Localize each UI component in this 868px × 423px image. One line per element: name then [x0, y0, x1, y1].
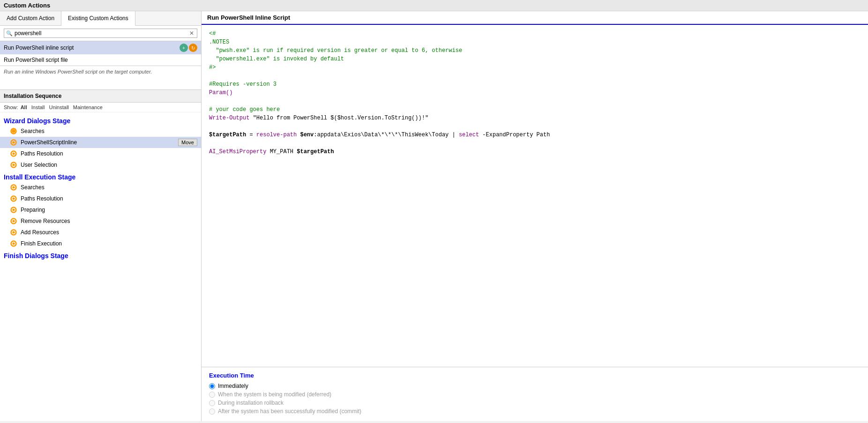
radio-commit: After the system has been successfully m… [209, 408, 861, 415]
svg-point-18 [13, 231, 15, 234]
stage-item-remove-resources[interactable]: Remove Resources [0, 215, 201, 227]
stage-item-searches-install[interactable]: Searches [0, 182, 201, 193]
search-area: 🔍 ✕ [0, 26, 201, 41]
sequence-content: Wizard Dialogs Stage Searches [0, 112, 201, 421]
stage-item-add-resources[interactable]: Add Resources [0, 227, 201, 238]
gear-icon-remove-resources [9, 217, 18, 225]
gear-icon-user-selection [9, 161, 18, 169]
gear-icon-searches-install [9, 183, 18, 192]
show-filter: Show: All Install Uninstall Maintenance [0, 103, 201, 112]
stage-item-preparing[interactable]: Preparing [0, 204, 201, 215]
tab-existing-custom-actions[interactable]: Existing Custom Actions [61, 11, 135, 26]
code-editor[interactable]: <# .NOTES "pwsh.exe" is run if required … [202, 25, 868, 367]
stage-item-finish-execution[interactable]: Finish Execution [0, 238, 201, 249]
search-box: 🔍 ✕ [4, 29, 197, 38]
svg-point-16 [13, 220, 15, 223]
search-icon: 🔍 [6, 30, 13, 37]
stage-item-user-selection[interactable]: User Selection [0, 159, 201, 171]
tab-add-custom-action[interactable]: Add Custom Action [0, 11, 61, 25]
action-list: Run PowerShell inline script + ↻ Run Pow… [0, 41, 201, 66]
action-description: Run an inline Windows PowerShell script … [0, 66, 201, 89]
gear-icon-finish-execution [9, 239, 18, 248]
tabs-bar: Add Custom Action Existing Custom Action… [0, 11, 201, 26]
execution-time-title: Execution Time [209, 372, 861, 379]
radio-rollback-input[interactable] [209, 400, 215, 406]
svg-point-2 [13, 130, 15, 133]
execution-time-panel: Execution Time Immediately When the syst… [202, 367, 868, 421]
action-icons: + ↻ [180, 44, 197, 52]
right-panel: Run PowerShell Inline Script <# .NOTES "… [202, 11, 868, 421]
add-sequence-icon2[interactable]: ↻ [189, 44, 197, 52]
radio-rollback: During installation rollback [209, 400, 861, 406]
radio-immediately: Immediately [209, 383, 861, 389]
radio-deferred-input[interactable] [209, 392, 215, 398]
filter-all[interactable]: All [21, 104, 27, 110]
move-button[interactable]: Move [178, 139, 197, 146]
svg-point-10 [13, 186, 15, 189]
add-to-sequence-icon[interactable]: + [180, 44, 188, 52]
finish-dialogs-stage[interactable]: Finish Dialogs Stage [0, 249, 201, 260]
gear-icon-add-resources [9, 228, 18, 237]
gear-icon-powershell [9, 138, 18, 147]
gear-icon-searches [9, 127, 18, 135]
sequence-header: Installation Sequence [0, 89, 201, 103]
svg-point-6 [13, 153, 15, 155]
stage-install-execution: Install Execution Stage [0, 171, 201, 182]
svg-point-20 [13, 243, 15, 245]
search-input[interactable] [15, 30, 188, 37]
radio-commit-input[interactable] [209, 408, 215, 415]
stage-item-paths-resolution-install[interactable]: Paths Resolution [0, 193, 201, 204]
right-panel-header: Run PowerShell Inline Script [202, 11, 868, 25]
svg-point-8 [13, 164, 15, 166]
filter-install[interactable]: Install [31, 104, 45, 110]
stage-item-searches-wizard[interactable]: Searches [0, 126, 201, 137]
stage-item-powershell-inline[interactable]: PowerShellScriptInline Move [0, 137, 201, 148]
stage-item-paths-resolution-wizard[interactable]: Paths Resolution [0, 148, 201, 159]
gear-icon-paths [9, 149, 18, 158]
title-bar: Custom Actions [0, 0, 868, 11]
title-text: Custom Actions [4, 2, 50, 9]
gear-icon-preparing [9, 206, 18, 214]
filter-maintenance[interactable]: Maintenance [73, 104, 103, 110]
radio-deferred: When the system is being modified (defer… [209, 391, 861, 398]
svg-point-4 [13, 141, 15, 144]
svg-point-12 [13, 198, 15, 200]
action-item-run-powershell-inline[interactable]: Run PowerShell inline script + ↻ [0, 41, 201, 54]
gear-icon-paths-install [9, 194, 18, 203]
action-item-run-powershell-script-file[interactable]: Run PowerShell script file [0, 54, 201, 66]
stage-wizard-dialogs: Wizard Dialogs Stage [0, 114, 201, 126]
svg-point-14 [13, 209, 15, 211]
left-panel: Add Custom Action Existing Custom Action… [0, 11, 202, 421]
filter-uninstall[interactable]: Uninstall [49, 104, 69, 110]
clear-search-button[interactable]: ✕ [188, 30, 195, 37]
radio-immediately-input[interactable] [209, 383, 215, 389]
